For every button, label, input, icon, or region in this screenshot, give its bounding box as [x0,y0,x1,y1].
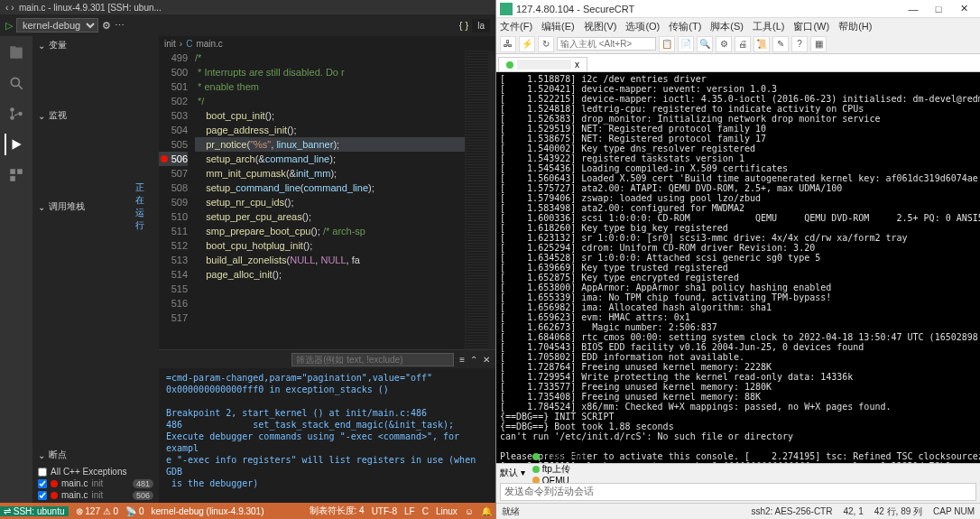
minimap-slider[interactable] [488,51,495,349]
feedback-icon[interactable]: ☺ [465,506,474,516]
debug-more-icon[interactable]: ⋯ [115,20,125,32]
bp-label: main.c [61,490,88,500]
tb-help-icon[interactable]: ? [791,36,808,52]
svg-point-4 [18,112,23,116]
tb-paste-icon[interactable]: 📄 [678,36,694,52]
status-errors[interactable]: ⊗ 127 ⚠ 0 [76,506,119,516]
editor-tab-short[interactable]: la [472,19,490,32]
tab-close-icon[interactable]: x [575,60,579,70]
breadcrumb-folder[interactable]: init [164,39,176,49]
session-tab[interactable]: x [498,57,587,71]
command-input[interactable]: 发送命令到活动会话 [500,483,976,501]
btnbar-default[interactable]: 默认 ▾ [500,467,525,479]
breakpoint-item[interactable]: main.c init481 [38,477,153,489]
tb-script-icon[interactable]: 📜 [753,36,770,52]
btnbar-label: ftp上传 [542,463,570,476]
status-indent[interactable]: 制表符长度: 4 [310,505,365,517]
menu-item[interactable]: 选项(O) [625,20,660,33]
close-icon[interactable]: ✕ [483,355,490,365]
sc-status-proto: ssh2: AES-256-CTR [751,506,832,516]
btnbar-dot-icon [532,466,540,473]
bp-checkbox[interactable] [38,479,47,488]
bp-checkbox[interactable] [38,491,47,500]
vscode-window: ‹ › main.c - linux-4.9.301 [SSH: ubun...… [0,0,495,519]
bell-icon[interactable]: 🔔 [481,506,492,516]
breakpoint-item[interactable]: main.c init506 [38,489,153,501]
btnbar-item[interactable]: ftp上传 [532,463,587,476]
terminal-output[interactable]: [ 1.518878] i2c /dev entries driver [ 1.… [496,72,980,463]
breakpoints-header[interactable]: ⌄断点 [32,446,159,464]
breadcrumb-file[interactable]: main.c [196,39,222,49]
status-encoding[interactable]: UTF-8 [372,506,397,516]
variables-header[interactable]: ⌄变量 [32,36,159,54]
callstack-header[interactable]: ⌄调用堆栈正在运行 [32,177,159,236]
line-gutter: 4995005015025035045055065075085095105115… [159,51,195,349]
tb-connect-icon[interactable]: 🖧 [500,36,516,52]
activity-explorer-icon[interactable] [5,42,27,63]
code-content[interactable]: /* * Interrupts are still disabled. Do r… [195,51,465,349]
activity-search-icon[interactable] [5,72,27,94]
status-debug-config[interactable]: kernel-debug (linux-4.9.301) [151,506,263,516]
tb-reconnect-icon[interactable]: ↻ [538,36,554,52]
status-lang[interactable]: C [422,506,429,516]
tb-copy-icon[interactable]: 📋 [659,36,675,52]
menu-item[interactable]: 脚本(S) [710,20,744,33]
bp-label: main.c [61,478,88,488]
status-os[interactable]: Linux [436,506,458,516]
activity-scm-icon[interactable] [5,103,27,125]
breakpoint-item[interactable]: All C++ Exceptions [38,466,153,477]
status-ports[interactable]: 📡 0 [125,506,143,516]
menu-item[interactable]: 编辑(E) [541,20,575,33]
watch-header[interactable]: ⌄监视 [32,107,159,125]
debug-start-icon[interactable]: ▷ [5,20,13,32]
debug-console-output[interactable]: =cmd-param-changed,param="pagination",va… [159,368,495,503]
svg-line-1 [18,85,23,89]
btnbar-item[interactable]: 挂载虚拟机 [532,450,587,463]
debug-settings-icon[interactable]: ⚙ [102,20,111,32]
debug-console: ≡ ⌃ ✕ =cmd-param-changed,param="paginati… [159,349,495,503]
tb-quick-icon[interactable]: ⚡ [519,36,535,52]
menu-item[interactable]: 文件(F) [500,20,532,33]
c-file-icon: C [186,39,192,49]
tb-find-icon[interactable]: 🔍 [697,36,713,52]
sc-session-tabs: x [496,54,980,72]
editor-area: init › C main.c 499500501502503504505506… [159,36,495,503]
activity-extensions-icon[interactable] [5,164,27,186]
bp-path: init [91,478,103,488]
tb-props-icon[interactable]: ⚙ [716,36,732,52]
status-eol[interactable]: LF [404,506,415,516]
menu-item[interactable]: 窗口(W) [793,20,829,33]
chevron-right-icon: › [180,39,182,49]
sc-status-pos: 42, 1 [843,506,863,516]
sc-status-bar: 就绪 ssh2: AES-256-CTR 42, 1 42 行, 89 列 CA… [496,503,980,519]
svg-rect-7 [10,176,15,181]
session-tab-label [517,60,571,70]
menu-item[interactable]: 传输(T) [669,20,701,33]
remote-indicator[interactable]: ⇌ SSH: ubuntu [0,506,69,516]
tb-print-icon[interactable]: 🖨 [735,36,751,52]
sc-title: 127.4.80.104 - SecureCRT [516,4,901,14]
code-editor[interactable]: 4995005015025035045055065075085095105115… [159,51,495,349]
menu-item[interactable]: 帮助(H) [838,20,872,33]
debug-config-select[interactable]: kernel-debug [16,18,98,32]
breadcrumb[interactable]: init › C main.c [159,36,495,51]
tb-new-icon[interactable]: ▦ [810,36,827,52]
filter-input[interactable] [291,353,454,366]
collapse-icon[interactable]: ⌃ [470,355,477,365]
menu-item[interactable]: 视图(V) [584,20,617,33]
securecrt-window: 127.4.80.104 - SecureCRT — □ ✕ 文件(F)编辑(E… [495,0,980,519]
bp-path: init [91,490,103,500]
maximize-button[interactable]: □ [926,4,951,14]
close-button[interactable]: ✕ [951,3,976,14]
activity-debug-icon[interactable] [5,134,26,155]
menu-fwd-icon[interactable]: › [11,3,14,13]
host-input[interactable] [557,37,656,51]
menu-back-icon[interactable]: ‹ [5,3,8,13]
minimize-button[interactable]: — [901,4,926,14]
tb-trace-icon[interactable]: ✎ [772,36,789,52]
editor-braces-icon[interactable]: { } [459,20,468,31]
clear-icon[interactable]: ≡ [459,355,465,365]
minimap[interactable] [465,51,488,349]
menu-item[interactable]: 工具(L) [753,20,784,33]
bp-checkbox[interactable] [38,468,47,477]
